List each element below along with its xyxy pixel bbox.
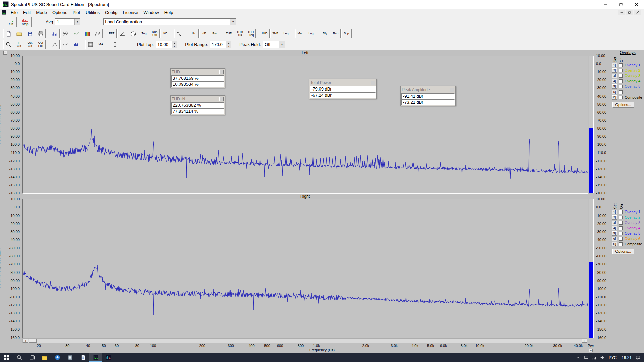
menu-edit[interactable]: Edit	[20, 10, 33, 15]
panel-menu-button[interactable]	[450, 88, 454, 92]
overlay-on-checkbox[interactable]	[619, 232, 623, 235]
total-power-panel[interactable]: Total Power-79.09 dBr-67.24 dBr	[309, 79, 377, 99]
overlay-on-checkbox[interactable]	[619, 226, 623, 230]
thd-n-button[interactable]: THD+N	[235, 29, 245, 38]
new-file-button[interactable]	[3, 29, 13, 38]
overlay-set-button[interactable]: 5]	[612, 231, 617, 236]
power-units-button[interactable]: Pwr	[210, 29, 220, 38]
overlay-on-checkbox[interactable]	[619, 216, 623, 219]
overlay-set-button[interactable]: 6]	[612, 237, 617, 241]
overlay-on-checkbox[interactable]	[619, 90, 623, 94]
task-view-button[interactable]	[25, 353, 38, 362]
overlay-on-checkbox[interactable]	[619, 237, 623, 241]
plot-top-spinner[interactable]: 10.00 ▴▾	[156, 41, 177, 48]
macro-button[interactable]: Mac	[295, 29, 305, 38]
taskbar-app-1[interactable]	[51, 353, 64, 362]
avg-select[interactable]: 1 ▼	[55, 18, 80, 25]
zoom-out-half-button[interactable]: Out½X	[25, 40, 35, 49]
snr-button[interactable]: SNR	[270, 29, 280, 38]
delay-button[interactable]: Dly	[320, 29, 330, 38]
mdi-minimize-button[interactable]	[618, 10, 625, 15]
config-select[interactable]: Load Configuration ▼	[103, 18, 236, 25]
save-button[interactable]	[25, 29, 35, 38]
run-button[interactable]: Run	[4, 17, 17, 27]
surface-view-button[interactable]	[93, 29, 103, 38]
overlay-set-button[interactable]: 6]	[612, 90, 617, 94]
show-desktop-button[interactable]	[642, 353, 644, 362]
panel-title-bar[interactable]: THD+N	[171, 96, 224, 102]
thd-panel[interactable]: THD37.768169 %10.093534 %	[170, 68, 225, 88]
thd-button[interactable]: THD	[224, 29, 234, 38]
stop-button[interactable]: Stop	[19, 17, 32, 27]
plot-h-scrollbar[interactable]: ◄ ►	[22, 338, 587, 343]
overlay-set-button[interactable]: 4]	[612, 79, 617, 83]
plot-top-spin-buttons[interactable]: ▴▾	[172, 41, 177, 48]
fft-settings-button[interactable]: FFT	[107, 29, 117, 38]
menu-utilities[interactable]: Utilities	[83, 10, 102, 15]
peak-hold-select[interactable]: Off ▼	[263, 41, 285, 48]
thd-n-panel[interactable]: THD+N220.763382 %77.834114 %	[170, 95, 225, 115]
spectrum-window-icon[interactable]	[2, 10, 7, 15]
spectrum-view-button[interactable]	[50, 29, 60, 38]
overlay-set-button[interactable]: 1]	[612, 63, 617, 67]
notepad-button[interactable]	[76, 353, 89, 362]
spectrogram-view-button[interactable]	[82, 29, 92, 38]
file-explorer-button[interactable]	[38, 353, 51, 362]
panel-title-bar[interactable]: THD	[171, 69, 224, 75]
overlay-on-checkbox[interactable]	[619, 96, 623, 99]
overlay-set-button[interactable]: 2]	[612, 215, 617, 220]
overlay-on-checkbox[interactable]	[619, 242, 623, 246]
time-series-view-button[interactable]	[71, 29, 81, 38]
menu-file[interactable]: File	[8, 10, 20, 15]
taskbar-app-2[interactable]	[64, 353, 76, 362]
overlay-set-button[interactable]: 2]	[612, 68, 617, 73]
search-button[interactable]	[13, 353, 25, 362]
volume-icon[interactable]	[598, 353, 606, 362]
overlay-set-button[interactable]: 5]	[612, 84, 617, 89]
overlay-on-checkbox[interactable]	[619, 79, 623, 83]
peak-amplitude-panel[interactable]: Peak Amplitude-91.41 dBr-73.21 dBr	[400, 86, 456, 106]
spin-up-icon[interactable]: ▴	[226, 41, 231, 45]
plot-range-spinner[interactable]: 170.0 ▴▾	[210, 41, 231, 48]
spin-down-icon[interactable]: ▾	[226, 45, 231, 48]
action-center-icon[interactable]	[634, 353, 642, 362]
peak-hold-dropdown-arrow-icon[interactable]: ▼	[279, 41, 285, 48]
panel-menu-button[interactable]	[219, 97, 224, 101]
io-device-button[interactable]: I/O	[160, 29, 170, 38]
overlay-set-button[interactable]: 3]	[612, 221, 617, 225]
hz-units-button[interactable]: Hz	[189, 29, 199, 38]
trigger-button[interactable]: Trig	[139, 29, 149, 38]
menu-window[interactable]: Window	[141, 10, 161, 15]
right-spectrum-plot[interactable]	[22, 199, 588, 338]
restore-button[interactable]	[613, 0, 629, 9]
spin-up-icon[interactable]: ▴	[172, 41, 177, 45]
reverb-button[interactable]: Rvb	[331, 29, 341, 38]
waterfall-view-button[interactable]	[60, 29, 70, 38]
minimize-button[interactable]	[598, 0, 613, 9]
panel-menu-button[interactable]	[219, 70, 224, 74]
timer-button[interactable]	[128, 29, 138, 38]
overlay-set-button[interactable]: C]	[612, 95, 617, 100]
grid-display-button[interactable]	[85, 40, 95, 49]
left-spectrum-plot[interactable]	[22, 56, 588, 194]
plot-range-spin-buttons[interactable]: ▴▾	[226, 41, 231, 48]
marker-button[interactable]: Mrk	[96, 40, 106, 49]
overlay-set-button[interactable]: C]	[612, 242, 617, 246]
overlay-on-checkbox[interactable]	[619, 221, 623, 225]
spin-down-icon[interactable]: ▾	[172, 45, 177, 48]
pwr-collapse-button[interactable]: −	[589, 349, 593, 352]
overlay-on-checkbox[interactable]	[619, 85, 623, 88]
menu-options[interactable]: Options	[50, 10, 70, 15]
db-units-button[interactable]: dB	[199, 29, 209, 38]
signal-generator-button[interactable]	[174, 29, 184, 38]
taskbar-app-3[interactable]	[102, 353, 115, 362]
overlays-options-button[interactable]: Options...	[612, 249, 634, 254]
close-button[interactable]	[629, 0, 644, 9]
panel-title-bar[interactable]: Total Power	[310, 80, 376, 86]
spectraplus-button[interactable]	[89, 353, 102, 362]
menu-license[interactable]: License	[120, 10, 141, 15]
menu-mode[interactable]: Mode	[33, 10, 50, 15]
open-button[interactable]	[14, 29, 24, 38]
network-icon[interactable]	[590, 353, 598, 362]
menu-help[interactable]: Help	[162, 10, 176, 15]
